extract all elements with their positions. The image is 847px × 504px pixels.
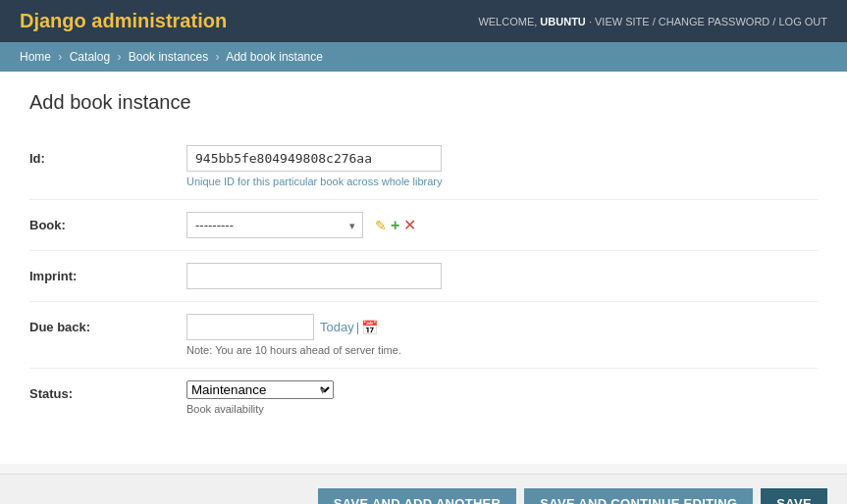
save-button[interactable]: SAVE [761,488,827,504]
id-help-text: Unique ID for this particular book acros… [186,176,818,187]
book-row: Book: --------- ▾ ✎ + ✕ [29,199,818,250]
book-add-icon[interactable]: + [391,218,399,233]
imprint-input[interactable] [186,263,442,289]
book-icons: ✎ + ✕ [375,218,416,233]
book-select[interactable]: --------- [186,212,363,238]
book-delete-icon[interactable]: ✕ [403,218,416,233]
calendar-icon[interactable]: 📅 [361,320,378,335]
add-book-instance-form: Id: Unique ID for this particular book a… [29,133,818,427]
user-tools: WELCOME, UBUNTU · VIEW SITE / CHANGE PAS… [478,16,827,27]
page-title: Add book instance [29,91,818,114]
imprint-row: Imprint: [29,250,818,301]
status-label: Status: [29,380,186,401]
username: UBUNTU [540,16,585,27]
due-back-input[interactable] [186,314,314,340]
breadcrumb-catalog[interactable]: Catalog [70,50,110,64]
breadcrumb-current: Add book instance [226,50,323,64]
id-row: Id: Unique ID for this particular book a… [29,133,818,199]
status-help-text: Book availability [186,403,818,415]
book-label: Book: [29,212,186,232]
due-back-input-row: Today | 📅 [186,314,818,340]
due-back-note: Note: You are 10 hours ahead of server t… [186,344,818,356]
book-field-container: --------- ▾ ✎ + ✕ [186,212,818,238]
book-edit-icon[interactable]: ✎ [375,219,387,232]
status-select-container: Maintenance On Loan Available Reserved ▾ [186,380,334,399]
due-back-label: Due back: [29,314,186,334]
content-area: Add book instance Id: Unique ID for this… [0,72,847,464]
breadcrumb-book-instances[interactable]: Book instances [129,50,208,64]
imprint-field-container [186,263,818,289]
log-out-link[interactable]: LOG OUT [778,16,827,27]
breadcrumb-home[interactable]: Home [20,50,51,64]
id-input[interactable] [186,145,442,172]
submit-row: Save and add another Save and continue e… [0,474,847,504]
site-title[interactable]: Django administration [20,10,227,32]
book-select-wrapper: --------- ▾ ✎ + ✕ [186,212,818,238]
id-field-container: Unique ID for this particular book acros… [186,145,818,187]
change-password-link[interactable]: CHANGE PASSWORD [659,16,769,27]
breadcrumb: Home › Catalog › Book instances › Add bo… [0,42,847,72]
status-select[interactable]: Maintenance On Loan Available Reserved [186,380,334,399]
view-site-link[interactable]: VIEW SITE [595,16,650,27]
welcome-text: WELCOME, [478,16,537,27]
book-select-container: --------- ▾ [186,212,363,238]
imprint-label: Imprint: [29,263,186,283]
today-link[interactable]: Today [320,320,354,334]
id-label: Id: [29,145,186,166]
status-row: Status: Maintenance On Loan Available Re… [29,368,818,427]
save-add-button[interactable]: Save and add another [318,488,516,504]
due-back-field-container: Today | 📅 Note: You are 10 hours ahead o… [186,314,818,356]
due-back-row: Due back: Today | 📅 Note: You are 10 hou… [29,301,818,368]
status-field-container: Maintenance On Loan Available Reserved ▾… [186,380,818,415]
save-continue-button[interactable]: Save and continue editing [524,488,753,504]
header: Django administration WELCOME, UBUNTU · … [0,0,847,42]
